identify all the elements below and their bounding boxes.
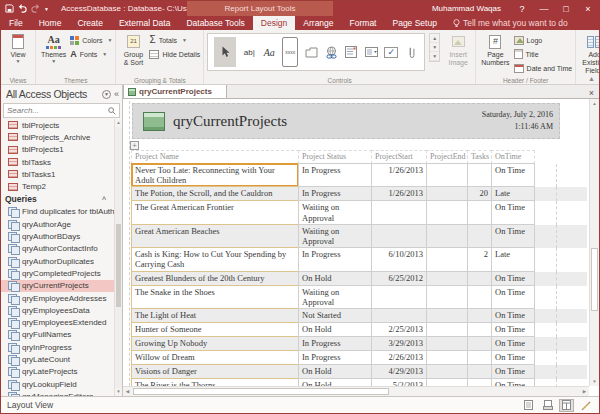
cell-ontime[interactable]: On Time bbox=[491, 285, 535, 309]
ribbon-tab[interactable]: Format bbox=[342, 16, 385, 30]
cell-project-name[interactable]: Hunter of Someone bbox=[131, 322, 299, 337]
nav-pane-menu-icon[interactable]: ▼ bbox=[102, 90, 111, 99]
cell-ontime[interactable]: Late bbox=[491, 247, 535, 271]
cell-project-start[interactable]: 4/29/2013 bbox=[371, 364, 427, 379]
nav-item-query[interactable]: qryInProgress bbox=[1, 341, 114, 353]
cell-project-end[interactable] bbox=[426, 378, 468, 386]
cell-project-status[interactable]: On Hold bbox=[298, 271, 372, 286]
nav-item-query[interactable]: qryLateProjects bbox=[1, 366, 114, 378]
nav-item-query[interactable]: qryLateCount bbox=[1, 353, 114, 365]
cell-tasks[interactable] bbox=[467, 308, 492, 323]
cell-tasks[interactable] bbox=[467, 350, 492, 365]
ribbon-tab[interactable]: Create bbox=[69, 16, 111, 30]
nav-item-query[interactable]: Find duplicates for tblAuthors bbox=[1, 206, 114, 218]
column-header[interactable]: Project Status bbox=[298, 150, 372, 164]
maximize-button[interactable]: □ bbox=[555, 1, 577, 16]
cell-project-name[interactable]: Willow of Dream bbox=[131, 350, 299, 365]
shutter-bar-icon[interactable]: « bbox=[114, 89, 119, 99]
hyperlink-control[interactable] bbox=[324, 37, 338, 67]
report-view-icon[interactable] bbox=[521, 399, 536, 412]
cell-project-name[interactable]: The Light of Heat bbox=[131, 308, 299, 323]
ribbon-tab[interactable]: Home bbox=[31, 16, 70, 30]
report-header[interactable]: qryCurrentProjects Saturday, July 2, 201… bbox=[132, 103, 560, 139]
nav-item-table[interactable]: tblProjects_Archive bbox=[1, 131, 114, 143]
insert-image-button[interactable]: Insert Image bbox=[444, 32, 472, 68]
nav-item-table[interactable]: tblTasks bbox=[1, 156, 114, 168]
hscroll-thumb[interactable] bbox=[133, 388, 389, 395]
qat-customize-icon[interactable]: ▼ bbox=[44, 6, 49, 12]
scroll-left-icon[interactable]: ◀ bbox=[123, 387, 132, 396]
nav-section-queries[interactable]: Queries ^ bbox=[1, 193, 114, 206]
nav-scrollbar[interactable]: ▲ ▼ bbox=[114, 119, 122, 396]
layout-selector-handle[interactable]: + bbox=[130, 141, 139, 150]
cell-project-end[interactable] bbox=[426, 271, 468, 286]
gallery-more-icon[interactable]: ▼ bbox=[430, 52, 439, 61]
cell-project-status[interactable]: In Progress bbox=[298, 163, 372, 187]
cell-project-start[interactable]: 5/2/2013 bbox=[371, 378, 427, 386]
cell-project-name[interactable]: Greatest Blunders of the 20th Century bbox=[131, 271, 299, 286]
logo-button[interactable]: Logo bbox=[514, 34, 573, 46]
cell-project-end[interactable] bbox=[426, 247, 468, 271]
add-existing-fields-button[interactable]: Add Existing Fields bbox=[579, 32, 600, 76]
tab-control[interactable] bbox=[304, 37, 318, 67]
vertical-scrollbar[interactable]: ▲ ▼ bbox=[589, 99, 599, 386]
hide-details-button[interactable]: Hide Details bbox=[149, 48, 200, 60]
textbox-control[interactable]: ab| bbox=[242, 37, 256, 67]
tell-me-box[interactable]: Tell me what you want to do bbox=[445, 16, 576, 30]
ribbon-tab[interactable]: Arrange bbox=[295, 16, 341, 30]
cell-project-status[interactable]: In Progress bbox=[298, 350, 372, 365]
listbox-control[interactable] bbox=[344, 37, 358, 67]
cell-project-name[interactable]: The Potion, the Scroll, and the Cauldron bbox=[131, 186, 299, 201]
cell-ontime[interactable]: On Time bbox=[491, 364, 535, 379]
report-date[interactable]: Saturday, July 2, 2016 bbox=[482, 109, 553, 121]
cell-ontime[interactable]: On Time bbox=[491, 378, 535, 386]
cell-project-name[interactable]: The Great American Frontier bbox=[131, 200, 299, 224]
cell-project-name[interactable]: Never Too Late: Reconnecting with Your A… bbox=[131, 163, 299, 187]
cell-project-end[interactable] bbox=[426, 322, 468, 337]
cell-ontime[interactable]: On Time bbox=[491, 163, 535, 187]
title-button[interactable]: Title bbox=[514, 48, 573, 60]
cell-project-name[interactable]: The River is the Thorns bbox=[131, 378, 299, 386]
cell-tasks[interactable] bbox=[467, 378, 492, 386]
scroll-up-icon[interactable]: ▲ bbox=[590, 99, 599, 108]
cell-project-status[interactable]: In Progress bbox=[298, 336, 372, 351]
collapse-ribbon-icon[interactable]: ▲ bbox=[588, 75, 595, 82]
layout-view-icon[interactable] bbox=[559, 399, 574, 412]
nav-pane-title[interactable]: All Access Objects bbox=[6, 88, 102, 100]
view-button[interactable]: View▼ bbox=[4, 32, 32, 66]
cell-tasks[interactable] bbox=[467, 271, 492, 286]
cell-project-name[interactable]: Growing Up Nobody bbox=[131, 336, 299, 351]
checkbox-control[interactable]: ✓ bbox=[384, 47, 398, 58]
cell-project-start[interactable] bbox=[371, 200, 427, 224]
cell-project-status[interactable]: On Hold bbox=[298, 322, 372, 337]
label-control[interactable]: Aa bbox=[262, 37, 276, 67]
nav-item-query[interactable]: qryEmployeeAddresses bbox=[1, 292, 114, 304]
cell-ontime[interactable]: On Time bbox=[491, 336, 535, 351]
ribbon-tab[interactable]: File bbox=[1, 16, 31, 30]
horizontal-scrollbar[interactable]: ◀ ▶ bbox=[123, 386, 589, 396]
cell-project-start[interactable]: 1/26/2013 bbox=[371, 186, 427, 201]
cell-project-start[interactable]: 6/25/2012 bbox=[371, 271, 427, 286]
cell-project-status[interactable]: On Hold bbox=[298, 378, 372, 386]
nav-item-query[interactable]: qryAuthorBDays bbox=[1, 230, 114, 242]
nav-item-query[interactable]: qryCompletedProjects bbox=[1, 267, 114, 279]
undo-icon[interactable] bbox=[18, 4, 27, 13]
cell-ontime[interactable]: On Time bbox=[491, 224, 535, 248]
cell-project-status[interactable]: In Progress bbox=[298, 186, 372, 201]
report-logo-icon[interactable] bbox=[143, 112, 165, 131]
account-name[interactable]: Muhammad Waqas bbox=[432, 4, 501, 13]
nav-item-query[interactable]: qryLookupField bbox=[1, 378, 114, 390]
page-numbers-button[interactable]: # Page Numbers bbox=[479, 32, 511, 68]
cell-project-status[interactable]: On Hold bbox=[298, 364, 372, 379]
column-header[interactable]: ProjectEnd bbox=[426, 150, 468, 164]
cell-tasks[interactable] bbox=[467, 322, 492, 337]
nav-item-table[interactable]: tblProjects1 bbox=[1, 144, 114, 156]
cell-project-end[interactable] bbox=[426, 200, 468, 224]
themes-button[interactable]: Aa Themes▼ bbox=[39, 32, 68, 66]
cell-project-start[interactable] bbox=[371, 224, 427, 248]
gallery-up-icon[interactable]: ▲ bbox=[430, 34, 439, 43]
cell-project-start[interactable] bbox=[371, 308, 427, 323]
scroll-up-icon[interactable]: ▲ bbox=[115, 119, 122, 127]
cell-project-status[interactable]: Waiting on Approval bbox=[298, 224, 372, 248]
column-header[interactable]: Project Name bbox=[131, 150, 299, 164]
